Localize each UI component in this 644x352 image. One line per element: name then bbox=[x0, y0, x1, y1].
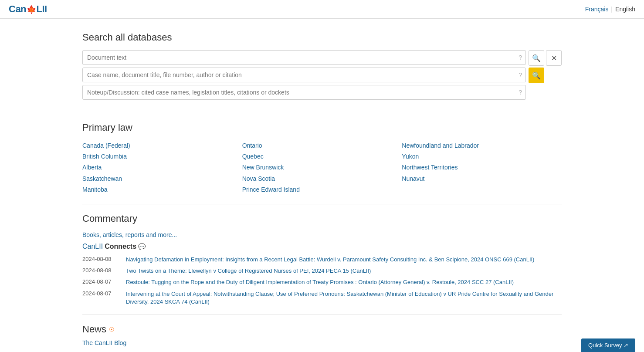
logo: Can🍁LII bbox=[9, 3, 47, 15]
province-saskatchewan[interactable]: Saskatchewan bbox=[82, 173, 242, 184]
province-manitoba[interactable]: Manitoba bbox=[82, 184, 242, 195]
case-name-input[interactable] bbox=[83, 68, 525, 82]
top-buttons: 🔍 ✕ bbox=[529, 50, 562, 66]
provinces-col-3: Newfoundland and Labrador Yukon Northwes… bbox=[402, 140, 562, 195]
province-nunavut[interactable]: Nunavut bbox=[402, 173, 562, 184]
commentary-section: Commentary Books, articles, reports and … bbox=[82, 213, 562, 306]
noteup-wrapper: ? bbox=[82, 85, 526, 100]
logo-area: Can🍁LII bbox=[9, 3, 47, 15]
lang-divider: | bbox=[611, 6, 613, 13]
divider-1 bbox=[82, 113, 562, 113]
province-northwest-territories[interactable]: Northwest Territories bbox=[402, 162, 562, 173]
commentary-title: Commentary bbox=[82, 213, 562, 224]
rss-icon: ☉ bbox=[109, 326, 115, 333]
news-section: News ☉ The CanLII Blog bbox=[82, 324, 562, 346]
books-articles-link[interactable]: Books, articles, reports and more... bbox=[82, 231, 562, 238]
province-yukon[interactable]: Yukon bbox=[402, 151, 562, 162]
entry-link-3[interactable]: Restoule: Tugging on the Rope and the Du… bbox=[126, 278, 514, 286]
connects-entry-2: 2024-08-08 Two Twists on a Theme: Llewel… bbox=[82, 267, 562, 275]
speech-bubble-icon: 💬 bbox=[138, 243, 146, 250]
entry-link-4[interactable]: Intervening at the Court of Appeal: Notw… bbox=[126, 290, 562, 306]
language-switcher: Français | English bbox=[585, 6, 635, 13]
divider-3 bbox=[82, 315, 562, 315]
province-pei[interactable]: Prince Edward Island bbox=[242, 184, 402, 195]
divider-2 bbox=[82, 204, 562, 204]
entry-link-2[interactable]: Two Twists on a Theme: Llewellyn v Colle… bbox=[126, 267, 371, 275]
quick-survey-button[interactable]: Quick Survey ↗ bbox=[581, 338, 635, 352]
connects-entry-1: 2024-08-08 Navigating Defamation in Empl… bbox=[82, 256, 562, 264]
province-nova-scotia[interactable]: Nova Scotia bbox=[242, 173, 402, 184]
help-icon-2[interactable]: ? bbox=[519, 71, 522, 78]
canlii-connects-header: CanLII Connects 💬 bbox=[82, 243, 562, 250]
connects-entries: 2024-08-08 Navigating Defamation in Empl… bbox=[82, 256, 562, 306]
site-header: Can🍁LII Français | English bbox=[0, 0, 644, 19]
search-area: Search all databases ? ? ? bbox=[82, 32, 562, 100]
news-label: News bbox=[82, 324, 106, 335]
entry-date-4: 2024-08-07 bbox=[82, 290, 117, 297]
main-search-button[interactable]: 🔍 bbox=[529, 68, 544, 83]
province-alberta[interactable]: Alberta bbox=[82, 162, 242, 173]
noteup-input[interactable] bbox=[83, 85, 525, 99]
connects-entry-4: 2024-08-07 Intervening at the Court of A… bbox=[82, 290, 562, 306]
document-text-input[interactable] bbox=[83, 51, 525, 64]
province-new-brunswick[interactable]: New Brunswick bbox=[242, 162, 402, 173]
french-lang-link[interactable]: Français bbox=[585, 6, 609, 13]
entry-date-1: 2024-08-08 bbox=[82, 256, 117, 262]
main-content: Search all databases ? ? ? bbox=[74, 19, 570, 352]
canlii-connects-normal: CanLII bbox=[82, 243, 103, 250]
document-text-wrapper: ? bbox=[82, 50, 526, 65]
clear-button[interactable]: ✕ bbox=[546, 50, 562, 66]
province-british-columbia[interactable]: British Columbia bbox=[82, 151, 242, 162]
provinces-col-1: Canada (Federal) British Columbia Albert… bbox=[82, 140, 242, 195]
entry-link-1[interactable]: Navigating Defamation in Employment: Ins… bbox=[126, 256, 534, 264]
search-title: Search all databases bbox=[82, 32, 562, 43]
canlii-connects-bold: Connects bbox=[105, 243, 136, 250]
province-quebec[interactable]: Quebec bbox=[242, 151, 402, 162]
connects-entry-3: 2024-08-07 Restoule: Tugging on the Rope… bbox=[82, 278, 562, 286]
provinces-col-2: Ontario Quebec New Brunswick Nova Scotia… bbox=[242, 140, 402, 195]
provinces-grid: Canada (Federal) British Columbia Albert… bbox=[82, 140, 562, 195]
canlii-blog-link[interactable]: The CanLII Blog bbox=[82, 339, 562, 346]
news-title-row: News ☉ bbox=[82, 324, 562, 335]
entry-date-2: 2024-08-08 bbox=[82, 267, 117, 274]
logo-leaf: 🍁 bbox=[27, 5, 36, 14]
primary-law-section: Primary law Canada (Federal) British Col… bbox=[82, 122, 562, 195]
english-lang-current: English bbox=[615, 6, 635, 13]
help-icon-3[interactable]: ? bbox=[519, 89, 522, 96]
province-canada-federal[interactable]: Canada (Federal) bbox=[82, 140, 242, 151]
search-icon-button[interactable]: 🔍 bbox=[529, 50, 544, 66]
case-name-wrapper: ? bbox=[82, 68, 526, 82]
province-ontario[interactable]: Ontario bbox=[242, 140, 402, 151]
help-icon-1[interactable]: ? bbox=[519, 54, 522, 61]
search-buttons-group: 🔍 ✕ 🔍 bbox=[529, 50, 562, 83]
province-newfoundland[interactable]: Newfoundland and Labrador bbox=[402, 140, 562, 151]
entry-date-3: 2024-08-07 bbox=[82, 278, 117, 285]
primary-law-title: Primary law bbox=[82, 122, 562, 133]
